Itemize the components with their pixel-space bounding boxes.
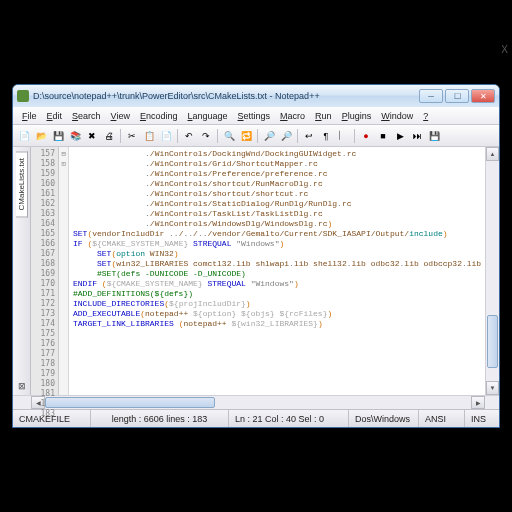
menu-language[interactable]: Language [182, 111, 232, 121]
menu-search[interactable]: Search [67, 111, 106, 121]
separator [177, 129, 178, 143]
play-multi-icon[interactable]: ⏭ [409, 128, 425, 144]
editor: 157 158 159 160 161 162 163 164 165 166 … [31, 147, 499, 395]
close-button[interactable]: ✕ [471, 89, 495, 103]
titlebar[interactable]: D:\source\notepad++\trunk\PowerEditor\sr… [13, 85, 499, 107]
menu-plugins[interactable]: Plugins [337, 111, 377, 121]
menu-settings[interactable]: Settings [233, 111, 276, 121]
paste-icon[interactable]: 📄 [158, 128, 174, 144]
menu-?[interactable]: ? [418, 111, 433, 121]
statusbar: CMAKEFILE length : 6606 lines : 183 Ln :… [13, 409, 499, 427]
save-macro-icon[interactable]: 💾 [426, 128, 442, 144]
scroll-track[interactable] [486, 161, 499, 381]
window-title: D:\source\notepad++\trunk\PowerEditor\sr… [33, 91, 419, 101]
code-area[interactable]: ./WinControls/DockingWnd/DockingGUIWidge… [69, 147, 485, 395]
separator [354, 129, 355, 143]
minimize-button[interactable]: ─ [419, 89, 443, 103]
toolbar: 📄 📂 💾 📚 ✖ 🖨 ✂ 📋 📄 ↶ ↷ 🔍 🔁 🔎 🔎 ↩ ¶ ⎸ ● ■ … [13, 125, 499, 147]
showall-icon[interactable]: ¶ [318, 128, 334, 144]
hscroll-thumb[interactable] [45, 397, 215, 408]
redo-icon[interactable]: ↷ [198, 128, 214, 144]
undo-icon[interactable]: ↶ [181, 128, 197, 144]
status-encoding: ANSI [419, 410, 465, 427]
save-icon[interactable]: 💾 [50, 128, 66, 144]
zoom-in-icon[interactable]: 🔎 [261, 128, 277, 144]
print-icon[interactable]: 🖨 [101, 128, 117, 144]
menu-view[interactable]: View [106, 111, 135, 121]
stop-macro-icon[interactable]: ■ [375, 128, 391, 144]
separator [120, 129, 121, 143]
document-tabs: CMakeLists.txt ⊠ [13, 147, 31, 395]
record-macro-icon[interactable]: ● [358, 128, 374, 144]
scroll-right-icon[interactable]: ▶ [471, 396, 485, 409]
play-macro-icon[interactable]: ▶ [392, 128, 408, 144]
window-buttons: ─ ☐ ✕ [419, 89, 495, 103]
scroll-thumb[interactable] [487, 315, 498, 368]
app-window: D:\source\notepad++\trunk\PowerEditor\sr… [12, 84, 500, 428]
indent-guide-icon[interactable]: ⎸ [335, 128, 351, 144]
maximize-button[interactable]: ☐ [445, 89, 469, 103]
menu-file[interactable]: File [17, 111, 42, 121]
menu-edit[interactable]: Edit [42, 111, 68, 121]
menu-window[interactable]: Window [376, 111, 418, 121]
menu-encoding[interactable]: Encoding [135, 111, 183, 121]
horizontal-scrollbar[interactable]: ◀ ▶ [13, 395, 499, 409]
find-icon[interactable]: 🔍 [221, 128, 237, 144]
vertical-scrollbar[interactable]: ▲ ▼ [485, 147, 499, 395]
open-file-icon[interactable]: 📂 [33, 128, 49, 144]
tab-close-icon[interactable]: ⊠ [18, 381, 26, 391]
replace-icon[interactable]: 🔁 [238, 128, 254, 144]
app-icon [17, 90, 29, 102]
hscroll-track[interactable] [45, 396, 471, 409]
cut-icon[interactable]: ✂ [124, 128, 140, 144]
menu-macro[interactable]: Macro [275, 111, 310, 121]
menubar: FileEditSearchViewEncodingLanguageSettin… [13, 107, 499, 125]
zoom-out-icon[interactable]: 🔎 [278, 128, 294, 144]
menu-run[interactable]: Run [310, 111, 337, 121]
status-length: length : 6606 lines : 183 [91, 410, 229, 427]
separator [257, 129, 258, 143]
status-mode: INS [465, 410, 499, 427]
scroll-up-icon[interactable]: ▲ [486, 147, 499, 161]
separator [297, 129, 298, 143]
tab-cmakelists[interactable]: CMakeLists.txt [16, 151, 28, 217]
new-file-icon[interactable]: 📄 [16, 128, 32, 144]
copy-icon[interactable]: 📋 [141, 128, 157, 144]
scroll-down-icon[interactable]: ▼ [486, 381, 499, 395]
fold-margin[interactable]: ⊟ ⊡ [59, 147, 69, 395]
status-eol: Dos\Windows [349, 410, 419, 427]
close-file-icon[interactable]: ✖ [84, 128, 100, 144]
line-number-gutter: 157 158 159 160 161 162 163 164 165 166 … [31, 147, 59, 395]
wordwrap-icon[interactable]: ↩ [301, 128, 317, 144]
save-all-icon[interactable]: 📚 [67, 128, 83, 144]
client-area: CMakeLists.txt ⊠ 157 158 159 160 161 162… [13, 147, 499, 395]
separator [217, 129, 218, 143]
status-position: Ln : 21 Col : 40 Sel : 0 [229, 410, 349, 427]
